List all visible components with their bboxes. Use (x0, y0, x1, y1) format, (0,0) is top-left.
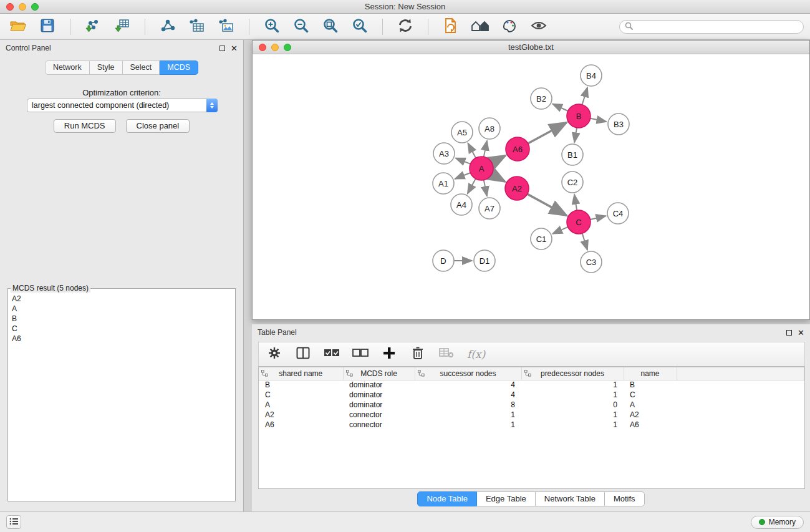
graph-edge-B-B3[interactable] (591, 118, 607, 122)
graph-edge-A-A2[interactable] (492, 174, 505, 181)
tab-select[interactable]: Select (123, 60, 160, 75)
column-header-successor-nodes[interactable]: successor nodes (415, 367, 521, 380)
close-window-button[interactable] (6, 3, 14, 11)
graph-edge-A-A4[interactable] (468, 179, 476, 194)
bottom-tab-motifs[interactable]: Motifs (605, 491, 645, 506)
table-row[interactable]: A6connector11A6 (259, 420, 804, 430)
save-session-button[interactable] (38, 17, 57, 36)
network-minimize-button[interactable] (271, 44, 279, 51)
table-settings-button[interactable] (266, 346, 282, 362)
import-table-from-file-button[interactable] (113, 17, 132, 36)
graph-edge-C-C1[interactable] (552, 227, 568, 234)
export-image-button[interactable] (217, 17, 236, 36)
first-neighbors-button[interactable] (441, 17, 460, 36)
zoom-in-button[interactable] (263, 17, 281, 36)
graph-node-C[interactable]: C (567, 210, 591, 234)
graph-edge-B-B2[interactable] (552, 104, 568, 112)
column-header-shared-name[interactable]: shared name (259, 367, 343, 380)
close-table-panel-icon[interactable]: ✕ (798, 329, 804, 337)
column-header-mcds-role[interactable]: MCDS role (343, 367, 415, 380)
graph-node-A2[interactable]: A2 (505, 177, 529, 200)
mcds-result-item[interactable]: A2 (12, 294, 231, 304)
graph-node-A4[interactable]: A4 (451, 194, 472, 215)
network-graph[interactable]: B4B2BB3A5A8A6B1A3AC2A1A2A4A7C4CC1C3DD1 (253, 54, 809, 319)
show-hide-panel-button[interactable] (529, 17, 548, 36)
graph-edge-A6-B[interactable] (528, 123, 567, 144)
optimization-criterion-select[interactable]: largest connected component (directed) (27, 99, 218, 112)
network-close-button[interactable] (259, 44, 266, 51)
float-table-panel-icon[interactable] (786, 330, 792, 336)
zoom-out-button[interactable] (292, 17, 311, 36)
graph-node-A1[interactable]: A1 (433, 173, 454, 194)
graph-edge-A-A7[interactable] (484, 180, 487, 196)
mcds-result-item[interactable]: A (12, 304, 231, 314)
graph-edge-A-A8[interactable] (484, 141, 487, 157)
graph-node-D[interactable]: D (433, 250, 454, 271)
graphics-details-button[interactable] (500, 17, 519, 36)
mcds-result-item[interactable]: A6 (12, 334, 231, 344)
minimize-window-button[interactable] (19, 3, 26, 11)
graph-edge-B-B1[interactable] (574, 128, 577, 143)
deselect-all-button[interactable] (352, 346, 369, 362)
graph-node-D1[interactable]: D1 (474, 250, 495, 271)
mcds-result-item[interactable]: B (12, 314, 231, 324)
graph-node-A[interactable]: A (470, 157, 493, 180)
table-row[interactable]: Cdominator41C (259, 390, 804, 400)
graph-edge-A-A1[interactable] (455, 173, 471, 179)
table-row[interactable]: A2connector11A2 (259, 410, 804, 420)
graph-node-A6[interactable]: A6 (506, 137, 529, 161)
bottom-tab-network-table[interactable]: Network Table (536, 491, 605, 506)
column-header-name[interactable]: name (624, 367, 677, 380)
new-table-button[interactable] (188, 17, 206, 36)
zoom-fit-button[interactable] (321, 17, 340, 36)
refresh-button[interactable] (396, 17, 415, 36)
graph-edge-C-C3[interactable] (582, 233, 587, 250)
bottom-tab-edge-table[interactable]: Edge Table (477, 491, 536, 506)
graph-edge-C-C2[interactable] (574, 195, 577, 210)
memory-button[interactable]: Memory (751, 516, 804, 529)
network-zoom-button[interactable] (284, 44, 291, 51)
graph-node-A5[interactable]: A5 (451, 122, 473, 143)
graph-edge-A-A5[interactable] (468, 143, 476, 158)
graph-node-B2[interactable]: B2 (531, 88, 552, 109)
close-panel-icon[interactable]: ✕ (231, 44, 238, 52)
graph-node-B3[interactable]: B3 (608, 114, 629, 135)
select-all-button[interactable] (324, 346, 340, 362)
graph-edge-A2-C[interactable] (528, 194, 567, 215)
create-column-button[interactable] (381, 346, 397, 362)
graph-node-C1[interactable]: C1 (531, 228, 552, 249)
open-session-button[interactable] (9, 17, 27, 36)
tab-network[interactable]: Network (45, 60, 90, 75)
column-header-predecessor-nodes[interactable]: predecessor nodes (521, 367, 624, 380)
float-panel-icon[interactable] (219, 46, 225, 51)
graph-node-C2[interactable]: C2 (562, 172, 583, 193)
graph-node-B[interactable]: B (567, 104, 591, 128)
toggle-column-button[interactable] (295, 346, 311, 362)
graph-node-B1[interactable]: B1 (562, 144, 583, 165)
graph-node-C3[interactable]: C3 (581, 251, 602, 273)
graph-node-A8[interactable]: A8 (479, 118, 500, 139)
tab-mcds[interactable]: MCDS (160, 60, 198, 75)
graph-edge-C-C4[interactable] (591, 216, 606, 220)
delete-column-button[interactable] (410, 346, 426, 362)
import-network-from-file-button[interactable] (84, 17, 102, 36)
table-row[interactable]: Adominator80A (259, 400, 804, 410)
graph-node-B4[interactable]: B4 (581, 65, 602, 86)
run-mcds-button[interactable]: Run MCDS (54, 119, 116, 133)
mcds-result-item[interactable]: C (12, 324, 231, 334)
close-panel-button[interactable]: Close panel (126, 119, 190, 133)
bottom-tab-node-table[interactable]: Node Table (417, 491, 477, 506)
task-history-button[interactable] (6, 515, 21, 529)
graph-edge-B-B4[interactable] (582, 87, 588, 105)
search-input[interactable] (636, 22, 798, 31)
graph-edge-A-A6[interactable] (492, 155, 506, 163)
function-builder-button[interactable]: f(x) (467, 346, 485, 362)
delete-table-button[interactable] (438, 346, 455, 362)
hide-show-button[interactable] (471, 17, 489, 36)
graph-node-C4[interactable]: C4 (607, 203, 629, 224)
graph-edge-A-A3[interactable] (456, 158, 471, 164)
graph-node-A7[interactable]: A7 (479, 198, 500, 219)
zoom-window-button[interactable] (31, 3, 39, 11)
tab-style[interactable]: Style (90, 60, 123, 75)
zoom-selected-button[interactable] (350, 17, 369, 36)
